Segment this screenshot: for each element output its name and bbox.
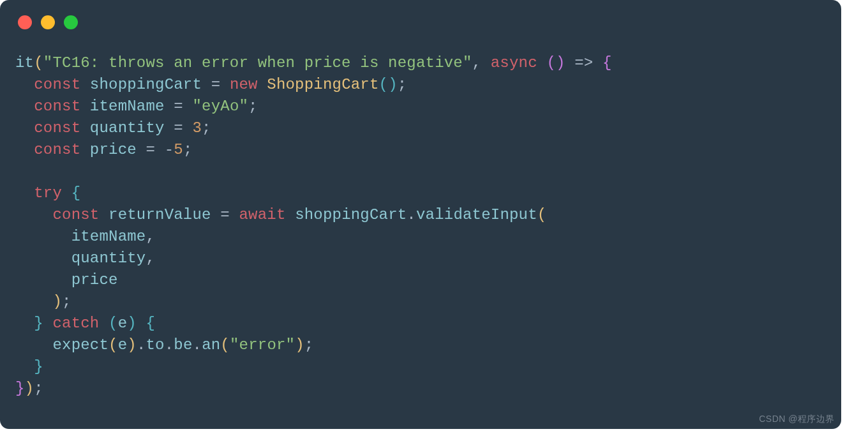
code-line: const shoppingCart = new ShoppingCart(); — [15, 76, 407, 93]
equals: = — [137, 141, 165, 158]
dot: . — [165, 336, 174, 354]
paren-open: ( — [108, 315, 118, 332]
code-line: } catch (e) { — [15, 315, 155, 332]
code-line: it("TC16: throws an error when price is … — [15, 54, 612, 71]
equals: = — [211, 206, 239, 223]
brace-close: } — [15, 380, 25, 397]
identifier: quantity — [90, 119, 165, 137]
comma: , — [146, 250, 155, 267]
paren-open: ( — [220, 336, 230, 354]
semicolon: ; — [248, 98, 258, 115]
paren-close: ) — [388, 76, 398, 93]
code-line: } — [15, 358, 43, 375]
code-line: expect(e).to.be.an("error"); — [15, 336, 313, 354]
object: shoppingCart — [295, 206, 407, 223]
semicolon: ; — [183, 141, 193, 158]
dot: . — [407, 206, 416, 223]
comma: , — [472, 54, 491, 71]
paren-open: ( — [379, 76, 389, 93]
keyword-const: const — [34, 76, 90, 93]
zoom-icon[interactable] — [64, 15, 78, 29]
arrow: => — [565, 54, 602, 71]
identifier: price — [71, 271, 118, 289]
code-line: try { — [15, 184, 80, 202]
code-block: it("TC16: throws an error when price is … — [0, 29, 841, 400]
keyword-const: const — [34, 141, 90, 158]
identifier: quantity — [71, 250, 146, 267]
paren-close: ) — [295, 336, 304, 354]
identifier: itemName — [90, 98, 165, 115]
equals: = — [202, 76, 230, 93]
paren-close: ) — [127, 336, 137, 354]
paren-close: ) — [556, 54, 565, 71]
paren-open: ( — [108, 336, 118, 354]
semicolon: ; — [62, 293, 71, 310]
dot: . — [193, 336, 202, 354]
minimize-icon[interactable] — [41, 15, 55, 29]
brace-open: { — [71, 184, 81, 202]
comma: , — [146, 228, 155, 245]
paren-close: ) — [127, 315, 137, 332]
keyword-await: await — [239, 206, 296, 223]
number: 3 — [192, 119, 202, 137]
number: 5 — [174, 141, 183, 158]
keyword-const: const — [34, 98, 90, 115]
window-controls — [0, 0, 841, 29]
code-line: const price = -5; — [15, 141, 193, 158]
semicolon: ; — [202, 119, 211, 137]
keyword-new: new — [230, 76, 267, 93]
keyword-const: const — [52, 206, 108, 223]
dot: . — [137, 336, 146, 354]
brace-open: { — [146, 315, 156, 332]
property: to — [146, 336, 164, 354]
watermark: CSDN @程序边界 — [759, 414, 835, 425]
string-literal: "TC16: throws an error when price is neg… — [43, 54, 472, 71]
paren-open: ( — [34, 54, 43, 71]
method: validateInput — [416, 206, 537, 223]
string-literal: "error" — [230, 336, 295, 354]
semicolon: ; — [398, 76, 407, 93]
code-line: const itemName = "eyAo"; — [15, 98, 258, 115]
identifier: e — [118, 315, 128, 332]
code-line: ); — [15, 293, 71, 310]
paren-open: ( — [546, 54, 556, 71]
minus: - — [165, 141, 174, 158]
equals: = — [165, 119, 193, 137]
identifier: itemName — [71, 228, 146, 245]
code-line: const returnValue = await shoppingCart.v… — [15, 206, 546, 223]
keyword-catch: catch — [52, 315, 108, 332]
brace-close: } — [34, 358, 43, 375]
code-line: }); — [15, 380, 43, 397]
equals: = — [165, 98, 193, 115]
identifier: shoppingCart — [90, 76, 202, 93]
string-literal: "eyAo" — [192, 98, 248, 115]
paren-close: ) — [25, 380, 34, 397]
fn-call: it — [15, 54, 34, 71]
class-name: ShoppingCart — [267, 76, 378, 93]
identifier: returnValue — [108, 206, 211, 223]
keyword-try: try — [34, 184, 71, 202]
fn-call: expect — [52, 336, 108, 354]
brace-close: } — [34, 315, 43, 332]
property: be — [174, 336, 192, 354]
paren-open: ( — [537, 206, 547, 223]
brace-open: { — [602, 54, 612, 71]
code-line: const quantity = 3; — [15, 119, 211, 137]
code-line: price — [15, 271, 118, 289]
semicolon: ; — [34, 380, 43, 397]
code-line: quantity, — [15, 250, 155, 267]
keyword-const: const — [34, 119, 90, 137]
close-icon[interactable] — [18, 15, 32, 29]
paren-close: ) — [52, 293, 62, 310]
code-window: it("TC16: throws an error when price is … — [0, 0, 841, 429]
semicolon: ; — [304, 336, 314, 354]
identifier: price — [90, 141, 137, 158]
identifier: e — [118, 336, 128, 354]
method: an — [202, 336, 220, 354]
code-line: itemName, — [15, 228, 155, 245]
keyword-async: async — [491, 54, 547, 71]
